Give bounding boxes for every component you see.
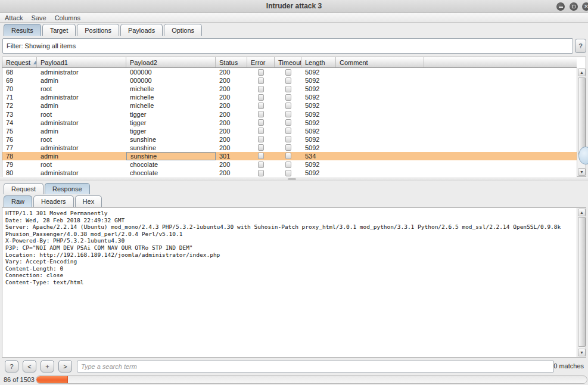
cell-error — [247, 169, 275, 177]
error-checkbox[interactable] — [258, 170, 264, 176]
cell-request: 72 — [2, 101, 37, 110]
timeout-checkbox[interactable] — [285, 103, 291, 109]
error-checkbox[interactable] — [258, 86, 264, 92]
cell-payload1: root — [37, 135, 126, 144]
error-checkbox[interactable] — [258, 77, 264, 84]
table-row[interactable]: 78 admin sunshine 301 534 — [2, 152, 577, 160]
column-header-timeout[interactable]: Timeout — [275, 57, 301, 67]
table-scrollbar-thumb[interactable] — [578, 77, 586, 155]
table-row[interactable]: 77 administrator sunshine 200 5092 — [2, 144, 577, 152]
cell-payload2: michelle — [126, 85, 216, 93]
tab-results[interactable]: Results — [4, 24, 41, 36]
minimize-button[interactable] — [556, 2, 565, 11]
cell-filler — [424, 127, 577, 135]
timeout-checkbox[interactable] — [285, 153, 291, 159]
timeout-checkbox[interactable] — [285, 69, 291, 76]
table-vertical-scrollbar[interactable]: ▲ ▼ — [577, 68, 586, 176]
error-checkbox[interactable] — [258, 136, 264, 142]
scroll-up-arrow-icon[interactable]: ▲ — [578, 209, 586, 216]
scroll-up-arrow-icon[interactable]: ▲ — [578, 69, 586, 76]
table-row[interactable]: 80 administrator chocolate 200 5092 — [2, 169, 577, 177]
scroll-down-arrow-icon[interactable]: ▼ — [578, 168, 586, 176]
error-checkbox[interactable] — [258, 94, 264, 101]
tab-request[interactable]: Request — [4, 183, 43, 194]
error-checkbox[interactable] — [258, 111, 264, 117]
table-row[interactable]: 70 root michelle 200 5092 — [2, 85, 577, 93]
cell-payload2: michelle — [126, 101, 216, 110]
table-row[interactable]: 75 admin tigger 200 5092 — [2, 127, 577, 135]
column-header-comment[interactable]: Comment — [336, 57, 424, 67]
timeout-checkbox[interactable] — [285, 94, 291, 101]
cell-error — [247, 93, 275, 101]
column-header-payload1[interactable]: Payload1 — [37, 57, 126, 67]
cell-error — [247, 101, 275, 110]
timeout-checkbox[interactable] — [285, 162, 291, 168]
error-checkbox[interactable] — [258, 144, 264, 151]
table-row[interactable]: 74 administrator tigger 200 5092 — [2, 119, 577, 127]
table-row[interactable]: 72 admin michelle 200 5092 — [2, 101, 577, 110]
column-header-status[interactable]: Status — [216, 57, 247, 67]
error-checkbox[interactable] — [258, 103, 264, 109]
split-pane-divider[interactable] — [0, 177, 588, 181]
search-previous-button[interactable]: < — [23, 360, 36, 372]
table-row[interactable]: 69 admin 000000 200 5092 — [2, 76, 577, 85]
table-row[interactable]: 79 root chocolate 200 5092 — [2, 160, 577, 169]
menu-save[interactable]: Save — [32, 14, 46, 21]
cell-filler — [424, 76, 577, 85]
cell-comment — [336, 160, 424, 169]
maximize-button[interactable] — [570, 2, 578, 11]
timeout-checkbox[interactable] — [285, 111, 291, 117]
timeout-checkbox[interactable] — [285, 128, 291, 134]
error-checkbox[interactable] — [258, 119, 264, 126]
close-icon: ✕ — [582, 3, 588, 10]
tab-raw[interactable]: Raw — [4, 195, 32, 207]
filter-bar[interactable]: Filter: Showing all items — [2, 38, 573, 54]
close-button[interactable]: ✕ — [582, 2, 588, 11]
column-header-payload2[interactable]: Payload2 — [126, 57, 216, 67]
error-checkbox[interactable] — [258, 162, 264, 168]
tab-options[interactable]: Options — [164, 24, 202, 36]
search-next-button[interactable]: > — [58, 360, 72, 372]
table-scrollbar-knob[interactable] — [578, 147, 588, 164]
column-header-request[interactable]: Request — [2, 57, 37, 67]
error-checkbox[interactable] — [258, 128, 264, 134]
error-checkbox[interactable] — [258, 153, 264, 159]
cell-filler — [424, 119, 577, 127]
search-input[interactable] — [77, 361, 554, 372]
table-row[interactable]: 73 root tigger 200 5092 — [2, 110, 577, 118]
cell-length: 5092 — [301, 76, 336, 85]
cell-payload1: admin — [37, 101, 126, 110]
timeout-checkbox[interactable] — [285, 144, 291, 151]
table-row[interactable]: 76 root sunshine 200 5092 — [2, 135, 577, 144]
cell-comment — [336, 110, 424, 118]
search-add-button[interactable]: + — [41, 360, 54, 372]
tab-response[interactable]: Response — [45, 183, 90, 194]
menu-attack[interactable]: Attack — [5, 14, 23, 21]
column-header-error[interactable]: Error — [247, 57, 275, 67]
menu-columns[interactable]: Columns — [55, 14, 80, 21]
error-checkbox[interactable] — [258, 69, 264, 76]
tab-target[interactable]: Target — [42, 24, 76, 36]
response-vertical-scrollbar[interactable]: ▲ ▼ — [577, 208, 586, 357]
cell-length: 534 — [301, 152, 336, 160]
table-row[interactable]: 68 administrator 000000 200 5092 — [2, 68, 577, 76]
tab-headers[interactable]: Headers — [33, 195, 74, 207]
scroll-down-arrow-icon[interactable]: ▼ — [578, 349, 586, 356]
timeout-checkbox[interactable] — [285, 77, 291, 84]
response-text[interactable]: HTTP/1.1 301 Moved Permanently Date: Wed… — [5, 210, 575, 286]
timeout-checkbox[interactable] — [285, 136, 291, 142]
tab-hex[interactable]: Hex — [75, 195, 102, 207]
cell-comment — [336, 93, 424, 101]
response-scrollbar-thumb[interactable] — [578, 217, 586, 347]
tab-positions[interactable]: Positions — [77, 24, 119, 36]
filter-help-button[interactable]: ? — [575, 39, 586, 53]
timeout-checkbox[interactable] — [285, 170, 291, 176]
column-header-length[interactable]: Length — [301, 57, 336, 67]
tab-payloads[interactable]: Payloads — [120, 24, 163, 36]
timeout-checkbox[interactable] — [285, 119, 291, 126]
table-row[interactable]: 71 administrator michelle 200 5092 — [2, 93, 577, 101]
timeout-checkbox[interactable] — [285, 86, 291, 92]
cell-length: 5092 — [301, 127, 336, 135]
search-help-button[interactable]: ? — [5, 360, 18, 372]
cell-request: 79 — [2, 160, 37, 169]
